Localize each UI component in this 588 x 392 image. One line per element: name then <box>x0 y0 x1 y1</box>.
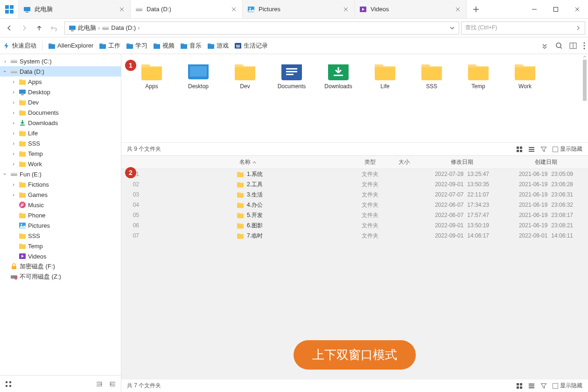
search-input[interactable]: 查找 (Ctrl+F) <box>461 21 585 35</box>
col-header-crt[interactable]: 创建日期 <box>504 158 588 166</box>
new-tab-button[interactable] <box>467 0 485 18</box>
minimize-button[interactable] <box>524 0 545 18</box>
filter-icon[interactable] <box>540 383 547 389</box>
tree-item[interactable]: Temp <box>0 241 121 251</box>
tree-item-fune[interactable]: › Fun (E:) <box>0 169 121 179</box>
tab-close-button[interactable] <box>118 6 126 13</box>
tree-item[interactable]: › Apps <box>0 77 121 87</box>
chevron-right-icon[interactable]: › <box>10 192 17 197</box>
tree-item[interactable]: › Games <box>0 189 121 200</box>
list-row[interactable]: 01 1.系统 文件夹 2022-07-2813:25:47 2021-06-1… <box>121 169 588 179</box>
app-logo[interactable] <box>0 0 19 18</box>
chevron-down-icon[interactable]: › <box>2 171 8 177</box>
tree-item[interactable]: › Documents <box>0 107 121 118</box>
list-row[interactable]: 05 5.开发 文件夹 2022-06-0717:57:47 2021-06-1… <box>121 210 588 220</box>
list-row[interactable]: 04 4.办公 文件夹 2022-06-0717:34:23 2021-06-1… <box>121 200 588 210</box>
chevron-right-icon[interactable]: › <box>10 99 17 105</box>
chevron-right-icon[interactable]: › <box>10 89 17 95</box>
filter-icon[interactable] <box>540 146 547 153</box>
chevron-right-icon[interactable]: › <box>10 79 17 84</box>
more-menu-button[interactable] <box>583 42 585 49</box>
tree-item[interactable]: › Work <box>0 159 121 169</box>
chevron-right-icon[interactable]: › <box>10 151 17 156</box>
breadcrumb-root[interactable]: 此电脑 <box>69 24 96 32</box>
tree-item-systemc[interactable]: › System (C:) <box>0 56 121 66</box>
chevron-down-icon[interactable]: › <box>2 68 8 75</box>
chevron-right-icon[interactable]: › <box>2 58 8 64</box>
chevron-right-icon[interactable]: › <box>10 130 17 136</box>
bookmark-item[interactable]: 生活记录 <box>234 42 268 50</box>
tree-item-baddisk[interactable]: 不可用磁盘 (Z:) <box>0 272 121 282</box>
back-button[interactable] <box>3 21 16 35</box>
tree-item[interactable]: › Downloads <box>0 118 121 128</box>
up-button[interactable] <box>33 21 46 35</box>
tab-close-button[interactable] <box>342 6 350 13</box>
show-hidden-toggle[interactable]: 显示隐藏 <box>553 145 582 153</box>
bookmark-item[interactable]: 学习 <box>126 42 147 50</box>
col-header-mod[interactable]: 修改日期 <box>420 158 504 166</box>
settings-icon[interactable] <box>5 380 12 388</box>
folder-item[interactable]: Downloads <box>322 62 355 90</box>
bookmark-item[interactable]: 音乐 <box>180 42 202 50</box>
folder-item[interactable]: Work <box>509 62 541 90</box>
folder-item[interactable]: Life <box>369 62 401 90</box>
tree-item-encdisk[interactable]: 加密磁盘 (F:) <box>0 261 121 272</box>
maximize-button[interactable] <box>545 0 567 18</box>
col-header-type[interactable]: 类型 <box>352 158 388 166</box>
list-row[interactable]: 03 3.生活 文件夹 2022-07-0722:11:07 2021-06-1… <box>121 189 588 200</box>
tab-0[interactable]: 此电脑 <box>19 0 131 18</box>
folder-item[interactable]: Temp <box>462 62 495 90</box>
expand-bookmarks-button[interactable] <box>541 43 549 49</box>
tree-item-datad[interactable]: › Data (D:) <box>0 66 121 77</box>
chevron-right-icon[interactable]: › <box>10 161 17 167</box>
forward-button[interactable] <box>18 21 31 35</box>
address-dropdown-button[interactable] <box>449 25 455 31</box>
tree-item[interactable]: › Temp <box>0 148 121 159</box>
chevron-right-icon[interactable]: › <box>10 110 17 115</box>
icon-grid[interactable]: Apps Desktop Dev Documents Downloads Lif… <box>121 54 588 142</box>
bookmark-item[interactable]: 视频 <box>153 42 175 50</box>
tree-item[interactable]: Videos <box>0 251 121 261</box>
address-bar[interactable]: 此电脑 › Data (D:) › <box>64 21 459 35</box>
bookmark-item[interactable]: 游戏 <box>207 42 229 50</box>
panel-layout-button[interactable] <box>569 42 577 49</box>
tree-item[interactable]: Phone <box>0 210 121 220</box>
bookmark-item[interactable]: AllenExplorer <box>48 42 93 50</box>
list-row[interactable]: 02 2.工具 文件夹 2022-09-0113:50:35 2021-06-1… <box>121 179 588 189</box>
bookmark-item[interactable]: 工作 <box>99 42 120 50</box>
chevron-right-icon[interactable]: › <box>10 140 17 146</box>
col-header-name[interactable]: 名称 <box>144 158 352 166</box>
chevron-right-icon[interactable]: › <box>10 182 17 187</box>
expand-tree-button[interactable] <box>109 381 116 387</box>
tree-item[interactable]: SSS <box>0 231 121 241</box>
tree-item[interactable]: › Fictions <box>0 179 121 189</box>
search-icon[interactable] <box>555 42 563 49</box>
undo-button[interactable] <box>48 21 61 35</box>
tree-item[interactable]: › Dev <box>0 97 121 107</box>
tab-1[interactable]: Data (D:) <box>131 0 243 18</box>
quick-launch-button[interactable]: 快速启动 <box>3 42 36 50</box>
scrollbar-vertical[interactable] <box>582 54 587 142</box>
folder-item[interactable]: Desktop <box>182 62 215 90</box>
tab-2[interactable]: Pictures <box>243 0 355 18</box>
view-list-icon[interactable] <box>528 383 535 389</box>
col-header-size[interactable]: 大小 <box>388 158 420 166</box>
collapse-sidebar-button[interactable] <box>96 381 103 387</box>
view-list-icon[interactable] <box>528 146 535 153</box>
folder-item[interactable]: Dev <box>229 62 261 90</box>
list-row[interactable]: 06 6.图影 文件夹 2022-09-0113:50:19 2021-06-1… <box>121 220 588 231</box>
tree-item[interactable]: › Life <box>0 128 121 138</box>
tree-item[interactable]: Pictures <box>0 220 121 231</box>
tree-item[interactable]: Music <box>0 200 121 210</box>
tab-3[interactable]: Videos <box>355 0 467 18</box>
tab-close-button[interactable] <box>230 6 238 13</box>
show-hidden-toggle[interactable]: 显示隐藏 <box>553 382 582 390</box>
tree-item[interactable]: › SSS <box>0 138 121 148</box>
breadcrumb-segment[interactable]: Data (D:) <box>102 24 136 32</box>
list-row[interactable]: 07 7.临时 文件夹 2022-09-0114:06:17 2022-09-0… <box>121 231 588 241</box>
tab-close-button[interactable] <box>454 6 462 13</box>
close-window-button[interactable] <box>567 0 588 18</box>
view-grid-icon[interactable] <box>516 383 523 389</box>
folder-item[interactable]: Apps <box>135 62 168 90</box>
folder-item[interactable]: Documents <box>275 62 308 90</box>
